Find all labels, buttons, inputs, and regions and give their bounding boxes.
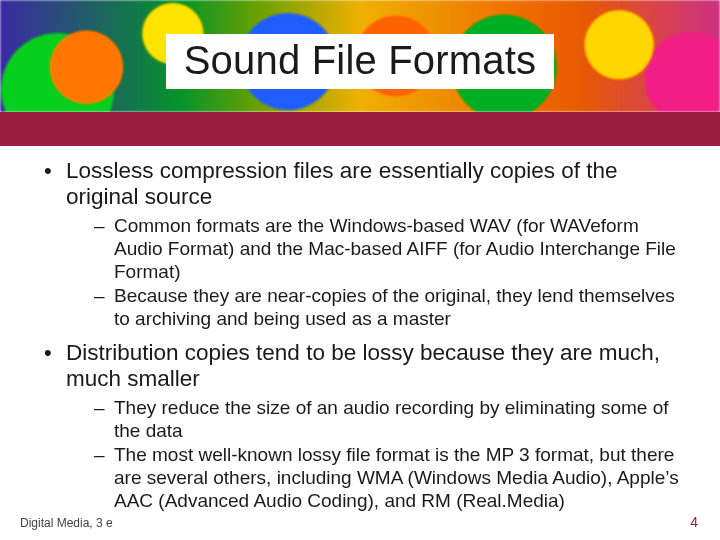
sub-bullet-text: Because they are near-copies of the orig… bbox=[114, 284, 690, 330]
title-container: Sound File Formats bbox=[0, 34, 720, 89]
sub-bullet-text: The most well-known lossy file format is… bbox=[114, 443, 690, 512]
slide: Sound File Formats Lossless compression … bbox=[0, 0, 720, 540]
sub-bullet-text: They reduce the size of an audio recordi… bbox=[114, 396, 690, 442]
bullet-text: Lossless compression files are essential… bbox=[66, 158, 690, 210]
sub-bullet-item: The most well-known lossy file format is… bbox=[66, 443, 690, 512]
footer-source: Digital Media, 3 e bbox=[20, 516, 113, 530]
sub-bullet-item: Common formats are the Windows-based WAV… bbox=[66, 214, 690, 283]
sub-bullet-text: Common formats are the Windows-based WAV… bbox=[114, 214, 690, 283]
sub-bullet-item: They reduce the size of an audio recordi… bbox=[66, 396, 690, 442]
slide-body: Lossless compression files are essential… bbox=[0, 152, 720, 522]
accent-bar bbox=[0, 112, 720, 146]
sub-bullet-item: Because they are near-copies of the orig… bbox=[66, 284, 690, 330]
slide-number: 4 bbox=[690, 514, 698, 530]
bullet-item: Lossless compression files are essential… bbox=[34, 158, 690, 330]
bullet-item: Distribution copies tend to be lossy bec… bbox=[34, 340, 690, 512]
slide-title: Sound File Formats bbox=[166, 34, 555, 89]
bullet-text: Distribution copies tend to be lossy bec… bbox=[66, 340, 690, 392]
